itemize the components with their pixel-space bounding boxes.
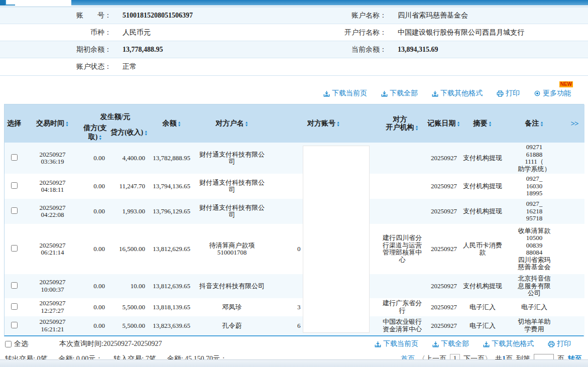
active-tab-remnant[interactable] bbox=[15, 0, 71, 6]
txn-time-cell: 20250927 04:22:08 bbox=[24, 199, 81, 224]
row-checkbox[interactable] bbox=[11, 154, 18, 161]
txn-debit-cell: 0.00 bbox=[81, 298, 109, 316]
sort-icon[interactable]: ▲▼ bbox=[540, 121, 544, 127]
query-time-text: 本次查询时间:20250927-20250927 bbox=[59, 339, 162, 348]
sort-icon[interactable]: ▲▼ bbox=[457, 121, 460, 127]
select-cell bbox=[5, 274, 24, 298]
sort-icon[interactable]: ▲▼ bbox=[415, 125, 419, 131]
header-date: 记账日期▲▼ bbox=[427, 104, 461, 143]
transaction-table: 选择 交易时间▲▼ 发生额/元 余额▲▼ 对方户名▲▼ 对方账号▲▼ 对方 开户… bbox=[4, 104, 584, 336]
row-checkbox[interactable] bbox=[11, 182, 18, 189]
more-functions-label: 更多功能 bbox=[543, 89, 571, 98]
toolbar: 下载当前页 下载全部 下载其他格式 打印 NEW 更多功能 bbox=[0, 76, 588, 104]
select-cell bbox=[5, 224, 24, 274]
row-checkbox[interactable] bbox=[11, 303, 18, 310]
row-checkbox[interactable] bbox=[11, 322, 18, 328]
header-debit: 借方(支取)▲▼ bbox=[81, 123, 109, 143]
table-row: 20250927 10:00:370.0010.0013,812,639.65抖… bbox=[5, 274, 584, 298]
txn-time-cell: 20250927 10:00:37 bbox=[24, 274, 81, 298]
txn-remark-cell: 收单清算款 10500 00839 88084 四川省索玛 慈善基金会 bbox=[504, 224, 564, 274]
txn-counterparty-cell: 邓凤珍 bbox=[194, 298, 270, 316]
txn-time-cell: 20250927 04:18:11 bbox=[24, 174, 81, 199]
select-all-checkbox[interactable] bbox=[5, 341, 12, 347]
sort-icon[interactable]: ▲▼ bbox=[336, 121, 340, 127]
select-cell bbox=[5, 174, 24, 199]
txn-summary-cell: 支付机构提现 bbox=[461, 143, 504, 174]
txn-counterparty-cell: 财付通支付科技有限公司 bbox=[194, 174, 270, 199]
txn-expand-cell bbox=[564, 316, 584, 335]
table-row: 20250927 03:36:190.004,400.0013,782,888.… bbox=[5, 143, 584, 174]
current-balance-value: 13,894,315.69 bbox=[392, 46, 588, 54]
redaction-overlay bbox=[303, 146, 370, 333]
printer-icon bbox=[548, 341, 555, 347]
table-row: 20250927 04:22:080.001,993.0013,796,129.… bbox=[5, 199, 584, 224]
table-row: 20250927 16:21:210.005,500.0013,823,639.… bbox=[5, 316, 584, 335]
txn-expand-cell bbox=[564, 199, 584, 224]
download-current-page-button[interactable]: 下载当前页 bbox=[323, 89, 367, 98]
row-checkbox[interactable] bbox=[11, 282, 18, 289]
table-row: 20250927 04:18:110.0011,247.7013,794,136… bbox=[5, 174, 584, 199]
sort-icon[interactable]: ▲▼ bbox=[144, 130, 148, 136]
txn-counterparty-cell: 抖音支付科技有限公司 bbox=[194, 274, 270, 298]
download-other-format-button[interactable]: 下载其他格式 bbox=[432, 89, 483, 98]
txn-time-cell: 20250927 12:27:27 bbox=[24, 298, 81, 316]
header-credit: 贷方(收入)▲▼ bbox=[109, 123, 149, 143]
bank-name-label: 开户行名称： bbox=[294, 28, 392, 37]
txn-balance-cell: 13,818,139.65 bbox=[149, 298, 194, 316]
txn-date-cell: 20250927 bbox=[427, 143, 461, 174]
txn-institution-cell: 建行广东省分行 bbox=[378, 298, 427, 316]
txn-credit-cell: 11,247.70 bbox=[109, 174, 149, 199]
txn-credit-cell: 5,500.00 bbox=[109, 298, 149, 316]
select-cell bbox=[5, 316, 24, 335]
tab-strip bbox=[0, 0, 588, 6]
txn-balance-cell: 13,812,639.65 bbox=[149, 274, 194, 298]
txn-time-cell: 20250927 06:21:14 bbox=[24, 224, 81, 274]
opening-balance-label: 期初余额： bbox=[0, 45, 116, 54]
txn-date-cell: 20250927 bbox=[427, 316, 461, 335]
txn-credit-cell: 1,993.00 bbox=[109, 199, 149, 224]
download-icon bbox=[432, 341, 439, 347]
download-all-button-bottom[interactable]: 下载全部 bbox=[432, 339, 469, 348]
txn-date-cell: 20250927 bbox=[427, 174, 461, 199]
print-button[interactable]: 打印 bbox=[497, 89, 520, 98]
download-icon bbox=[323, 90, 330, 97]
print-button-bottom[interactable]: 打印 bbox=[548, 339, 571, 348]
header-counterparty: 对方户名▲▼ bbox=[194, 104, 270, 143]
more-functions-button[interactable]: NEW 更多功能 bbox=[534, 89, 571, 98]
txn-debit-cell: 0.00 bbox=[81, 316, 109, 335]
txn-expand-cell bbox=[564, 174, 584, 199]
download-icon bbox=[381, 90, 388, 97]
download-other-format-button-bottom[interactable]: 下载其他格式 bbox=[483, 339, 534, 348]
download-current-page-button-bottom[interactable]: 下载当前页 bbox=[375, 339, 418, 348]
sort-icon[interactable]: ▲▼ bbox=[489, 121, 492, 127]
sort-icon[interactable]: ▲▼ bbox=[65, 121, 69, 127]
header-amount-group: 发生额/元 bbox=[81, 104, 149, 123]
account-name-label: 账户名称： bbox=[294, 11, 392, 20]
currency-label: 币种： bbox=[0, 28, 116, 37]
txn-expand-cell bbox=[564, 274, 584, 298]
txn-summary-cell: 支付机构提现 bbox=[461, 174, 504, 199]
txn-institution-cell bbox=[378, 274, 427, 298]
sort-icon[interactable]: ▲▼ bbox=[178, 121, 181, 127]
account-name-value: 四川省索玛慈善基金会 bbox=[392, 11, 588, 20]
header-balance: 余额▲▼ bbox=[149, 104, 194, 143]
tab-remnant-stub bbox=[5, 0, 15, 6]
download-all-button[interactable]: 下载全部 bbox=[381, 89, 418, 98]
download-all-label: 下载全部 bbox=[390, 89, 418, 98]
txn-summary-cell: 电子汇入 bbox=[461, 316, 504, 335]
row-checkbox[interactable] bbox=[11, 207, 18, 214]
txn-remark-cell: 0927_ 16030 18995 bbox=[504, 174, 564, 199]
bottom-band bbox=[0, 359, 588, 367]
download-other-format-label: 下载其他格式 bbox=[440, 89, 483, 98]
txn-balance-cell: 13,823,639.65 bbox=[149, 316, 194, 335]
sort-icon[interactable]: ▲▼ bbox=[98, 135, 102, 141]
bank-name-value: 中国建设银行股份有限公司西昌月城支行 bbox=[392, 28, 588, 37]
txn-credit-cell: 4,400.00 bbox=[109, 143, 149, 174]
txn-counterparty-cell: 待清算商户款项510001708 bbox=[194, 224, 270, 274]
expand-columns-button[interactable]: >> bbox=[564, 104, 584, 143]
account-number-value: 51001815208051506397 bbox=[116, 12, 294, 20]
sort-icon[interactable]: ▲▼ bbox=[245, 121, 249, 127]
txn-time-cell: 20250927 03:36:19 bbox=[24, 143, 81, 174]
row-checkbox[interactable] bbox=[11, 245, 18, 252]
print-label: 打印 bbox=[506, 89, 520, 98]
